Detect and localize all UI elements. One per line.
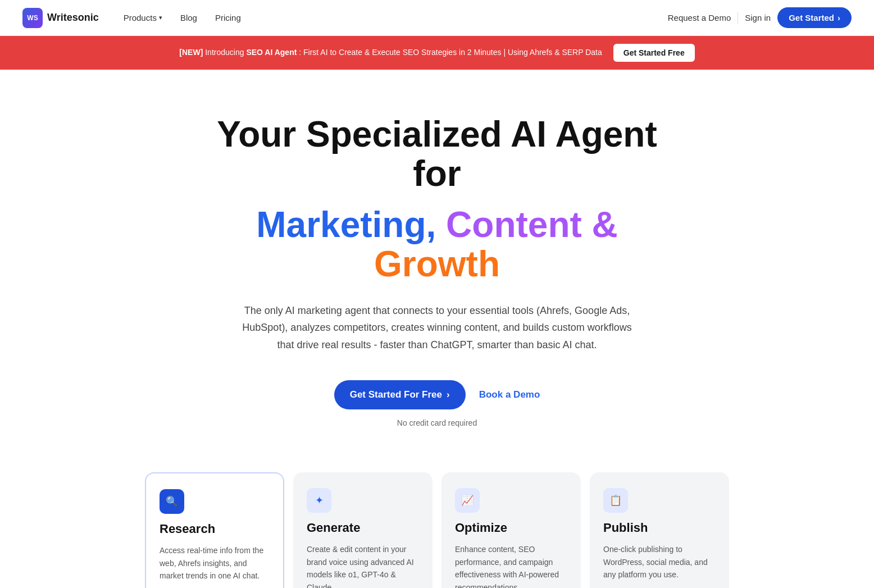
chevron-down-icon: ▾	[159, 14, 162, 21]
hero-cta-group: Get Started For Free › Book a Demo	[207, 380, 667, 409]
arrow-icon: ›	[447, 389, 450, 400]
feature-cards: 🔍ResearchAccess real-time info from the …	[100, 461, 774, 588]
nav-links: Products ▾ Blog Pricing	[117, 10, 248, 26]
feature-card-optimize: 📈OptimizeEnhance content, SEO performanc…	[441, 472, 581, 588]
feature-icon-publish: 📋	[603, 488, 628, 513]
hero-word-growth: Growth	[374, 244, 500, 284]
feature-desc-research: Access real-time info from the web, Ahre…	[160, 544, 270, 582]
nav-right: Request a Demo Sign in Get Started ›	[668, 7, 852, 28]
feature-desc-publish: One-click publishing to WordPress, socia…	[603, 543, 716, 581]
request-demo-link[interactable]: Request a Demo	[668, 13, 731, 22]
arrow-icon: ›	[837, 13, 840, 22]
feature-icon-generate: ✦	[307, 488, 331, 513]
feature-title-optimize: Optimize	[455, 521, 567, 535]
banner-intro: Introducing	[205, 48, 246, 57]
nav-divider	[738, 12, 738, 24]
nav-pricing[interactable]: Pricing	[208, 10, 248, 26]
feature-card-publish: 📋PublishOne-click publishing to WordPres…	[590, 472, 729, 588]
feature-desc-optimize: Enhance content, SEO performance, and ca…	[455, 543, 567, 588]
banner-text: [NEW] Introducing SEO AI Agent : First A…	[179, 47, 602, 58]
new-badge: [NEW]	[179, 48, 203, 57]
banner-highlight: SEO AI Agent	[246, 48, 297, 57]
feature-icon-research: 🔍	[160, 489, 184, 514]
get-started-button[interactable]: Get Started ›	[777, 7, 852, 28]
hero-description: The only AI marketing agent that connect…	[235, 302, 639, 354]
feature-icon-optimize: 📈	[455, 488, 480, 513]
logo-icon: WS	[22, 8, 43, 28]
hero-section: Your Specialized AI Agent for Marketing,…	[184, 70, 690, 461]
signin-link[interactable]: Sign in	[745, 13, 771, 22]
banner-rest: : First AI to Create & Execute SEO Strat…	[299, 48, 602, 57]
nav-left: WS Writesonic Products ▾ Blog Pricing	[22, 8, 248, 28]
feature-title-research: Research	[160, 522, 270, 536]
no-credit-card-text: No credit card required	[207, 418, 667, 427]
navbar: WS Writesonic Products ▾ Blog Pricing Re…	[0, 0, 874, 36]
feature-title-generate: Generate	[307, 521, 419, 535]
logo-initials: WS	[27, 14, 38, 22]
book-demo-link[interactable]: Book a Demo	[479, 389, 540, 400]
hero-word-content: Content &	[446, 204, 618, 245]
logo[interactable]: WS Writesonic	[22, 8, 99, 28]
hero-title-line2: Marketing, Content & Growth	[207, 205, 667, 284]
feature-title-publish: Publish	[603, 521, 716, 535]
banner-cta-button[interactable]: Get Started Free	[613, 44, 695, 62]
hero-title-line1: Your Specialized AI Agent for	[207, 115, 667, 194]
feature-card-research: 🔍ResearchAccess real-time info from the …	[145, 472, 284, 588]
nav-products[interactable]: Products ▾	[117, 10, 169, 26]
logo-text: Writesonic	[47, 12, 99, 24]
feature-desc-generate: Create & edit content in your brand voic…	[307, 543, 419, 588]
hero-word-marketing: Marketing,	[256, 204, 436, 245]
nav-blog[interactable]: Blog	[174, 10, 204, 26]
get-started-for-free-button[interactable]: Get Started For Free ›	[334, 380, 466, 409]
announcement-banner: [NEW] Introducing SEO AI Agent : First A…	[0, 36, 874, 70]
feature-card-generate: ✦GenerateCreate & edit content in your b…	[293, 472, 433, 588]
